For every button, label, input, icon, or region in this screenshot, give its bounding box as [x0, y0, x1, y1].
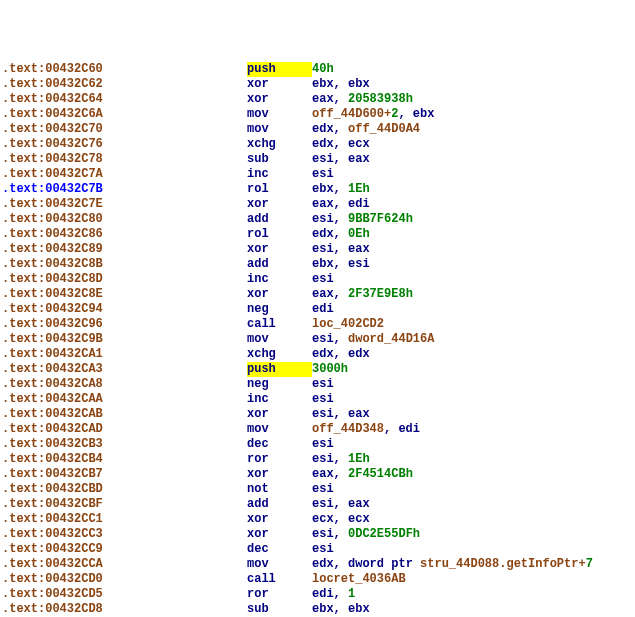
operand-token[interactable]: eax — [312, 92, 334, 106]
asm-line[interactable]: .text:00432C8Exoreax, 2F37E9E8h — [2, 287, 633, 302]
operand-token[interactable]: esi — [312, 272, 334, 286]
operands[interactable]: 3000h — [312, 362, 348, 376]
operand-token[interactable]: 9BB7F624h — [348, 212, 413, 226]
address-label[interactable]: .text:00432CA8 — [2, 377, 247, 392]
asm-line[interactable]: .text:00432CD8subebx, ebx — [2, 602, 633, 617]
operand-token[interactable]: , — [334, 587, 348, 601]
operands[interactable]: esi — [312, 272, 334, 286]
operands[interactable]: esi, dword_44D16A — [312, 332, 434, 346]
operand-token[interactable]: ecx — [348, 512, 370, 526]
operands[interactable]: esi, eax — [312, 152, 370, 166]
mnemonic[interactable]: dec — [247, 542, 312, 557]
address-label[interactable]: .text:00432CB7 — [2, 467, 247, 482]
operand-token[interactable]: , — [334, 407, 348, 421]
operand-token[interactable]: edi — [348, 197, 370, 211]
operand-token[interactable]: esi — [312, 497, 334, 511]
address-label[interactable]: .text:00432C7B — [2, 182, 247, 197]
address-label[interactable]: .text:00432C96 — [2, 317, 247, 332]
mnemonic[interactable]: rol — [247, 182, 312, 197]
address-label[interactable]: .text:00432CAD — [2, 422, 247, 437]
address-label[interactable]: .text:00432CD8 — [2, 602, 247, 617]
mnemonic[interactable]: neg — [247, 377, 312, 392]
operand-token[interactable]: ecx — [312, 512, 334, 526]
asm-line[interactable]: .text:00432C9Bmovesi, dword_44D16A — [2, 332, 633, 347]
asm-line[interactable]: .text:00432C64xoreax, 20583938h — [2, 92, 633, 107]
mnemonic[interactable]: push — [247, 362, 312, 377]
operand-token[interactable]: esi — [312, 332, 334, 346]
operand-token[interactable]: eax — [348, 407, 370, 421]
operand-token[interactable]: eax — [312, 287, 334, 301]
mnemonic[interactable]: ror — [247, 452, 312, 467]
operand-token[interactable]: esi — [312, 542, 334, 556]
address-label[interactable]: .text:00432CB4 — [2, 452, 247, 467]
operands[interactable]: esi — [312, 377, 334, 391]
operand-token[interactable]: , — [334, 332, 348, 346]
asm-line[interactable]: .text:00432C7Aincesi — [2, 167, 633, 182]
operands[interactable]: esi, eax — [312, 242, 370, 256]
mnemonic[interactable]: push — [247, 62, 312, 77]
operand-token[interactable]: , — [334, 242, 348, 256]
mnemonic[interactable]: xor — [247, 92, 312, 107]
asm-line[interactable]: .text:00432CCAmovedx, dword ptr stru_44D… — [2, 557, 633, 572]
operands[interactable]: esi — [312, 437, 334, 451]
operand-token[interactable]: , — [334, 557, 348, 571]
asm-line[interactable]: .text:00432C70movedx, off_44D0A4 — [2, 122, 633, 137]
operand-token[interactable]: , — [334, 512, 348, 526]
mnemonic[interactable]: call — [247, 317, 312, 332]
operands[interactable]: esi, 0DC2E55DFh — [312, 527, 420, 541]
mnemonic[interactable]: sub — [247, 602, 312, 617]
mnemonic[interactable]: add — [247, 257, 312, 272]
operand-token[interactable]: off_44D0A4 — [348, 122, 420, 136]
asm-line[interactable]: .text:00432CABxoresi, eax — [2, 407, 633, 422]
operand-token[interactable]: , — [334, 212, 348, 226]
mnemonic[interactable]: xor — [247, 512, 312, 527]
operand-token[interactable]: eax — [348, 152, 370, 166]
address-label[interactable]: .text:00432C60 — [2, 62, 247, 77]
operand-token[interactable]: esi — [348, 257, 370, 271]
operands[interactable]: ecx, ecx — [312, 512, 370, 526]
operands[interactable]: ebx, ebx — [312, 602, 370, 616]
operands[interactable]: esi, eax — [312, 407, 370, 421]
operand-token[interactable]: , — [334, 452, 348, 466]
address-label[interactable]: .text:00432CBD — [2, 482, 247, 497]
operand-token[interactable]: off_44D600 — [312, 107, 384, 121]
address-label[interactable]: .text:00432CAA — [2, 392, 247, 407]
asm-line[interactable]: .text:00432CC3xoresi, 0DC2E55DFh — [2, 527, 633, 542]
operand-token[interactable]: 1Eh — [348, 452, 370, 466]
address-label[interactable]: .text:00432C8B — [2, 257, 247, 272]
mnemonic[interactable]: xor — [247, 77, 312, 92]
operand-token[interactable]: , — [334, 227, 348, 241]
address-label[interactable]: .text:00432CBF — [2, 497, 247, 512]
address-label[interactable]: .text:00432C76 — [2, 137, 247, 152]
operand-token[interactable]: esi — [312, 437, 334, 451]
operands[interactable]: eax, edi — [312, 197, 370, 211]
mnemonic[interactable]: neg — [247, 302, 312, 317]
operand-token[interactable]: loc_402CD2 — [312, 317, 384, 331]
address-label[interactable]: .text:00432CC3 — [2, 527, 247, 542]
operand-token[interactable]: esi — [312, 527, 334, 541]
operand-token[interactable]: stru_44D088.getInfoPtr — [420, 557, 578, 571]
operand-token[interactable]: edx — [312, 122, 334, 136]
asm-line[interactable]: .text:00432C62xorebx, ebx — [2, 77, 633, 92]
operands[interactable]: ebx, ebx — [312, 77, 370, 91]
asm-line[interactable]: .text:00432CBFaddesi, eax — [2, 497, 633, 512]
mnemonic[interactable]: sub — [247, 152, 312, 167]
asm-line[interactable]: .text:00432CD5roredi, 1 — [2, 587, 633, 602]
operand-token[interactable]: edx — [348, 347, 370, 361]
mnemonic[interactable]: mov — [247, 332, 312, 347]
mnemonic[interactable]: xchg — [247, 137, 312, 152]
operands[interactable]: eax, 2F4514CBh — [312, 467, 413, 481]
operand-token[interactable]: , — [334, 137, 348, 151]
operand-token[interactable]: esi — [312, 377, 334, 391]
operand-token[interactable]: 7 — [586, 557, 593, 571]
operand-token[interactable]: 2F4514CBh — [348, 467, 413, 481]
operands[interactable]: locret_4036AB — [312, 572, 406, 586]
operand-token[interactable]: locret_4036AB — [312, 572, 406, 586]
operand-token[interactable]: edx — [312, 137, 334, 151]
operand-token[interactable]: + — [578, 557, 585, 571]
operand-token[interactable]: esi — [312, 452, 334, 466]
operand-token[interactable]: ebx — [413, 107, 435, 121]
operand-token[interactable]: , — [334, 527, 348, 541]
asm-line[interactable]: .text:00432CA1xchgedx, edx — [2, 347, 633, 362]
operands[interactable]: ebx, 1Eh — [312, 182, 370, 196]
